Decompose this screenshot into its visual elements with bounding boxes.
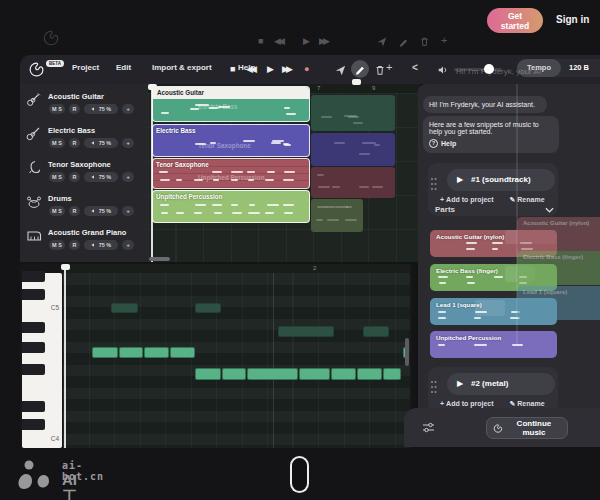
mute-solo-buttons[interactable]: M S: [49, 206, 65, 216]
stop-button[interactable]: ■: [230, 63, 235, 75]
record-arm-button[interactable]: R: [69, 206, 80, 216]
midi-note[interactable]: [195, 368, 221, 380]
add-to-project-link[interactable]: Add to project: [440, 196, 494, 203]
midi-note[interactable]: [331, 368, 356, 380]
piano-roll-grid[interactable]: [63, 273, 410, 448]
mute-solo-buttons[interactable]: M S: [49, 172, 65, 182]
playhead-marker-icon[interactable]: [61, 264, 70, 270]
piano-key-black[interactable]: [22, 364, 45, 375]
menu-project[interactable]: Project: [72, 63, 99, 72]
piano-roll-playhead[interactable]: [64, 266, 66, 448]
track-row[interactable]: Tenor Saxophone M S R 75 % +: [20, 158, 148, 192]
menu-import-export[interactable]: Import & export: [152, 63, 212, 72]
mute-solo-buttons[interactable]: M S: [49, 138, 65, 148]
piano-keyboard[interactable]: C5 C4: [22, 273, 62, 448]
midi-note[interactable]: [92, 347, 118, 358]
midi-note[interactable]: [111, 303, 138, 313]
timeline-marker-icon[interactable]: [352, 79, 361, 85]
horizontal-scrollbar[interactable]: [149, 257, 170, 261]
app-logo-icon[interactable]: [28, 61, 45, 78]
volume-control[interactable]: 75 %: [84, 138, 118, 148]
track-more-button[interactable]: +: [122, 138, 134, 148]
clip-acoustic-guitar[interactable]: Acoustic Guitar Electric Bass: [152, 86, 310, 122]
clip-electric-bass[interactable]: Electric Bass Tenor Saxophone: [152, 124, 310, 157]
midi-note[interactable]: [299, 368, 330, 380]
delete-tool-button[interactable]: [374, 64, 386, 76]
record-arm-button[interactable]: R: [69, 138, 80, 148]
piano-key-black[interactable]: [22, 419, 45, 430]
record-arm-button[interactable]: R: [69, 240, 80, 250]
volume-control[interactable]: 75 %: [84, 240, 118, 250]
midi-note[interactable]: [357, 368, 382, 380]
piano-key-black[interactable]: [22, 322, 45, 333]
continue-music-button[interactable]: Continue music: [486, 417, 568, 439]
timeline-playhead[interactable]: [151, 84, 153, 262]
play-button[interactable]: ▶: [267, 63, 274, 75]
add-to-project-link[interactable]: Add to project: [440, 400, 494, 407]
piano-key-black[interactable]: [22, 271, 45, 282]
piano-roll-editor[interactable]: 2 C5 C4: [20, 264, 412, 448]
mute-solo-buttons[interactable]: M S: [49, 240, 65, 250]
chevron-down-icon[interactable]: [545, 207, 554, 213]
snippet-play-pill[interactable]: ▶ #1 (soundtrack): [447, 169, 555, 191]
collapse-icon[interactable]: <: [412, 62, 418, 74]
clip-tenor-saxophone[interactable]: Tenor Saxophone Unpitched Percussion: [152, 158, 310, 189]
note-dash: [249, 204, 256, 206]
track-row[interactable]: Electric Bass M S R 75 % +: [20, 124, 148, 158]
volume-icon[interactable]: [437, 64, 449, 76]
piano-key-black[interactable]: [22, 401, 45, 412]
track-row[interactable]: Drums M S R 75 % +: [20, 192, 148, 226]
midi-note[interactable]: [278, 326, 334, 337]
part-unpitched-percussion[interactable]: Unpitched Percussion: [430, 331, 557, 358]
midi-note[interactable]: [119, 347, 143, 358]
clip-unpitched-percussion[interactable]: Unpitched Percussion: [152, 190, 310, 223]
record-button[interactable]: ●: [304, 63, 309, 75]
sign-in-button[interactable]: Sign in: [550, 13, 595, 26]
cursor-tool-button[interactable]: [334, 64, 346, 76]
arrangement-timeline[interactable]: 3 5 7 9 Acoustic Guitar Electric Bass El…: [148, 84, 420, 262]
add-track-button[interactable]: +: [386, 61, 392, 73]
track-more-button[interactable]: +: [122, 172, 134, 182]
volume-control[interactable]: 75 %: [84, 104, 118, 114]
clip-tail[interactable]: [311, 167, 395, 198]
drag-handle-icon[interactable]: [430, 380, 437, 394]
midi-note[interactable]: [144, 347, 169, 358]
drag-handle-icon[interactable]: [430, 177, 437, 191]
rename-link[interactable]: ✎ Rename: [510, 196, 545, 203]
record-arm-button[interactable]: R: [69, 172, 80, 182]
clip-tail[interactable]: [311, 199, 363, 232]
track-more-button[interactable]: +: [122, 104, 134, 114]
play-icon[interactable]: ▶: [457, 175, 463, 184]
help-link[interactable]: Help: [429, 139, 456, 148]
fast-forward-button[interactable]: ▶▶: [282, 63, 290, 75]
rewind-button[interactable]: ◀◀: [246, 63, 254, 75]
vertical-scrollbar[interactable]: [405, 338, 409, 366]
track-row[interactable]: Acoustic Grand Piano M S R 75 % +: [20, 226, 148, 260]
midi-note[interactable]: [195, 303, 221, 313]
pencil-tool-button[interactable]: [351, 60, 369, 78]
record-arm-button[interactable]: R: [69, 104, 80, 114]
volume-control[interactable]: 75 %: [84, 206, 118, 216]
playhead-marker-icon[interactable]: [148, 84, 157, 90]
piano-key-black[interactable]: [22, 342, 45, 353]
get-started-button[interactable]: Get started: [487, 8, 543, 33]
midi-note[interactable]: [170, 347, 195, 358]
snippet-play-pill[interactable]: ▶ #2 (metal): [447, 373, 555, 395]
piano-key-black[interactable]: [22, 289, 45, 300]
settings-sliders-icon[interactable]: [422, 422, 435, 433]
track-more-button[interactable]: +: [122, 206, 134, 216]
track-row[interactable]: Acoustic Guitar M S R 75 % +: [20, 90, 148, 124]
midi-note[interactable]: [222, 368, 246, 380]
parts-section-header[interactable]: Parts: [435, 205, 455, 214]
midi-note[interactable]: [363, 326, 389, 337]
clip-tail[interactable]: [311, 133, 395, 166]
midi-note[interactable]: [383, 368, 401, 380]
clip-tail[interactable]: [311, 95, 395, 131]
play-icon[interactable]: ▶: [457, 379, 463, 388]
track-more-button[interactable]: +: [122, 240, 134, 250]
midi-note[interactable]: [247, 368, 298, 380]
mute-solo-buttons[interactable]: M S: [49, 104, 65, 114]
volume-control[interactable]: 75 %: [84, 172, 118, 182]
menu-edit[interactable]: Edit: [116, 63, 131, 72]
rename-link[interactable]: ✎ Rename: [510, 400, 545, 407]
